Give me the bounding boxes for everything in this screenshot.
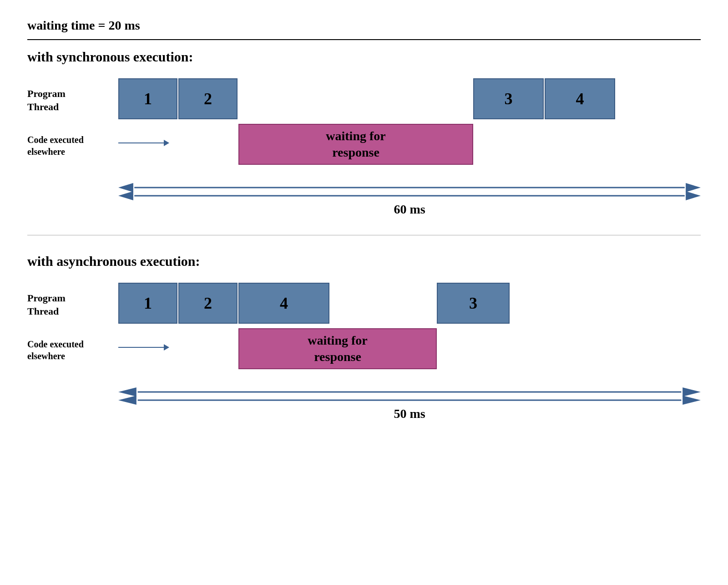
section-divider: [27, 235, 701, 235]
async-thread-label: ProgramThread: [27, 283, 118, 318]
svg-marker-8: [682, 387, 701, 397]
async-block-2: 2: [178, 283, 238, 324]
header-section: waiting time = 20 ms: [27, 18, 701, 40]
sync-block-4: 4: [545, 78, 615, 119]
sync-block-1: 1: [118, 78, 177, 119]
async-double-arrow: [118, 382, 701, 409]
sync-small-arrow: [118, 140, 169, 146]
sync-code-label: Code executedelsewhere: [27, 124, 118, 158]
sync-section: with synchronous execution: ProgramThrea…: [27, 49, 701, 217]
async-small-arrow: [118, 344, 169, 351]
svg-marker-4: [118, 191, 133, 200]
svg-marker-11: [682, 396, 701, 405]
sync-waiting-block: waiting for response: [238, 124, 473, 165]
sync-double-arrow: [118, 178, 701, 205]
sync-title: with synchronous execution:: [27, 49, 701, 65]
async-title: with asynchronous execution:: [27, 254, 701, 269]
sync-block-3: 3: [473, 78, 544, 119]
sync-block-2: 2: [178, 78, 238, 119]
async-block-4: 4: [238, 283, 329, 324]
async-section: with asynchronous execution: ProgramThre…: [27, 254, 701, 421]
async-waiting-block: waiting for response: [238, 328, 437, 369]
svg-marker-7: [118, 387, 136, 397]
svg-marker-1: [118, 183, 133, 192]
svg-marker-10: [118, 396, 136, 405]
waiting-time-label: waiting time = 20 ms: [27, 18, 701, 33]
async-block-1: 1: [118, 283, 177, 324]
async-code-label: Code executedelsewhere: [27, 328, 118, 362]
async-block-3: 3: [437, 283, 510, 324]
svg-marker-2: [686, 183, 701, 192]
svg-marker-5: [686, 191, 701, 200]
sync-thread-label: ProgramThread: [27, 78, 118, 113]
